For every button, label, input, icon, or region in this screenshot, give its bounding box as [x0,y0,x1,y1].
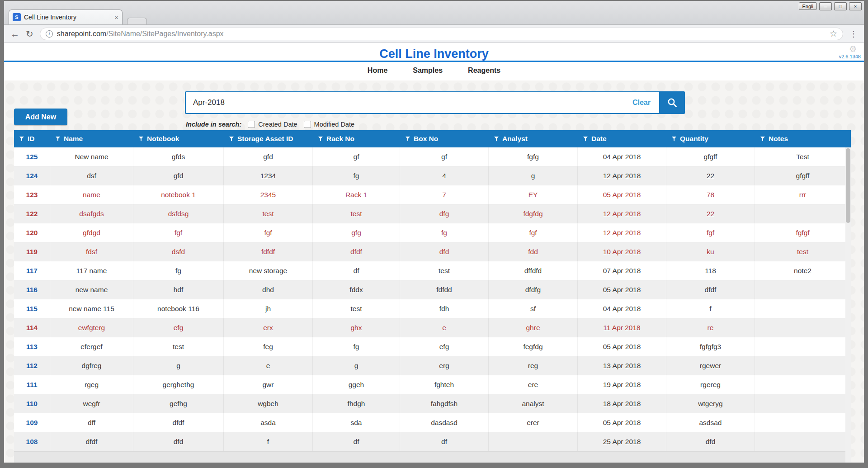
cell-box-no: fghteh [400,375,489,394]
table-row[interactable]: 119fdsfdsfdfdfdfdfdfdfdfdd10 Apr 2018kut… [14,242,851,261]
cell-storage-asset-id: new storage [224,261,313,280]
cell-storage-asset-id: wgbeh [224,394,313,413]
cell-date: 12 Apr 2018 [578,166,666,185]
filter-icon [760,137,765,142]
address-bar[interactable]: i sharepoint.com/SiteName/SitePages/Inve… [40,28,843,40]
search-button[interactable] [659,91,685,114]
table-row[interactable]: 120gfdgdfgffgfgfgfgfgf12 Apr 2018fgffgfg… [14,223,851,242]
cell-name: dff [50,413,133,432]
url-domain: sharepoint.com [57,30,106,38]
cell-storage-asset-id: erx [224,318,313,337]
cell-quantity: ku [666,242,755,261]
modified-date-checkbox[interactable] [304,121,311,128]
column-header-box-no[interactable]: Box No [400,130,489,147]
cell-analyst: fegfdg [489,337,578,356]
modified-date-option: Modified Date [304,121,354,128]
cell-analyst: dffdfd [489,261,578,280]
back-icon[interactable]: ← [10,29,19,38]
search-icon [667,97,678,108]
page: Cell Line Inventory ⚙ v2.6.1348 Home Sam… [4,43,864,463]
cell-id: 122 [14,204,50,223]
cell-name: efergef [50,337,133,356]
column-header-rack-no[interactable]: Rack No [313,130,400,147]
table-row[interactable]: 108dfdfdfdfdfdf25 Apr 2018dfd [14,432,851,451]
clear-search-link[interactable]: Clear [632,92,651,113]
scrollbar-thumb[interactable] [846,148,850,223]
column-header-notebook[interactable]: Notebook [133,130,224,147]
created-date-label: Created Date [258,121,297,128]
cell-notes [755,432,851,451]
cell-name: dsafgds [50,204,133,223]
title-bar[interactable]: Engli – □ × S Cell Line Inventory × [4,1,864,25]
table-row[interactable]: 117117 namefgnew storagedftestdffdfd07 A… [14,261,851,280]
cell-date: 04 Apr 2018 [578,299,666,318]
cell-box-no: df [400,432,489,451]
minimize-button[interactable]: – [819,2,832,10]
table-row[interactable]: 114ewfgtergefgerxghxeghre11 Apr 2018re [14,318,851,337]
browser-menu-icon[interactable]: ⋮ [849,29,858,39]
cell-analyst: ere [489,375,578,394]
table-row[interactable]: 116new namehdfdhdfddxfdfdddfdfg05 Apr 20… [14,280,851,299]
cell-id: 113 [14,337,50,356]
tab-close-icon[interactable]: × [114,14,118,21]
close-button[interactable]: × [849,2,862,10]
cell-notes: rrr [755,185,851,204]
column-header-id[interactable]: ID [14,130,50,147]
table-row[interactable]: 122dsafgdsdsfdsgtesttestdfgfdgfdg12 Apr … [14,204,851,223]
table-row[interactable]: 111rgeggerghethggwrggehfghtehere19 Apr 2… [14,375,851,394]
cell-id: 111 [14,375,50,394]
site-info-icon[interactable]: i [46,30,53,38]
cell-name: dsf [50,166,133,185]
cell-name: gfdgd [50,223,133,242]
table-row[interactable]: 124dsfgfd1234fg4g12 Apr 201822gfgff [14,166,851,185]
table-row[interactable]: 109dffdfdfasdasdadasdasderer05 Apr 2018a… [14,413,851,432]
nav-link-home[interactable]: Home [368,66,387,75]
cell-notes: Test [755,147,851,166]
cell-notebook: dfd [133,432,224,451]
cell-storage-asset-id: fgf [224,223,313,242]
cell-quantity: asdsad [666,413,755,432]
bookmark-star-icon[interactable]: ☆ [830,28,837,39]
cell-id: 124 [14,166,50,185]
background-tab[interactable] [127,18,147,24]
table-row[interactable]: 112dgfreggegergreg13 Apr 2018rgewer [14,356,851,375]
refresh-icon[interactable]: ↻ [26,29,33,38]
browser-toolbar: ← ↻ i sharepoint.com/SiteName/SitePages/… [4,25,864,43]
table-row[interactable]: 110wegfrgefhgwgbehfhdghfahgdfshanalyst18… [14,394,851,413]
column-header-name[interactable]: Name [50,130,133,147]
column-header-quantity[interactable]: Quantity [666,130,755,147]
table-scrollbar[interactable] [845,147,851,463]
column-header-storage-asset-id[interactable]: Storage Asset ID [224,130,313,147]
nav-link-samples[interactable]: Samples [413,66,443,75]
url-text: sharepoint.com/SiteName/SitePages/Invent… [57,30,826,38]
settings-gear-icon[interactable]: ⚙ [849,44,857,54]
cell-storage-asset-id: gwr [224,375,313,394]
content-area: Clear Add New Include in search: Created… [4,80,864,463]
cell-quantity: wtgeryg [666,394,755,413]
cell-rack-no: gf [313,147,400,166]
table-row[interactable]: 125New namegfdsgfdgfgffgfg04 Apr 2018gfg… [14,147,851,166]
cell-box-no: fdfdd [400,280,489,299]
column-header-notes[interactable]: Notes [755,130,851,147]
table-row[interactable]: 113efergeftestfegfgefgfegfdg05 Apr 2018f… [14,337,851,356]
filter-icon [56,137,60,142]
nav-link-reagents[interactable]: Reagents [468,66,500,75]
browser-tab[interactable]: S Cell Line Inventory × [9,9,123,24]
cell-name: dgfreg [50,356,133,375]
cell-rack-no: ggeh [313,375,400,394]
filter-icon [139,137,143,142]
cell-rack-no: test [313,204,400,223]
table-row[interactable]: 115new name 115notebook 116jhtestfdhsf04… [14,299,851,318]
maximize-button[interactable]: □ [834,2,847,10]
cell-quantity: 118 [666,261,755,280]
add-new-button[interactable]: Add New [14,109,67,125]
language-button[interactable]: Engli [799,2,817,10]
search-input[interactable] [186,92,584,113]
column-header-date[interactable]: Date [578,130,666,147]
cell-notes: fgfgf [755,223,851,242]
cell-box-no: 4 [400,166,489,185]
created-date-checkbox[interactable] [248,121,255,128]
cell-quantity: f [666,299,755,318]
table-row[interactable]: 123namenotebook 12345Rack 17EY05 Apr 201… [14,185,851,204]
column-header-analyst[interactable]: Analyst [489,130,578,147]
